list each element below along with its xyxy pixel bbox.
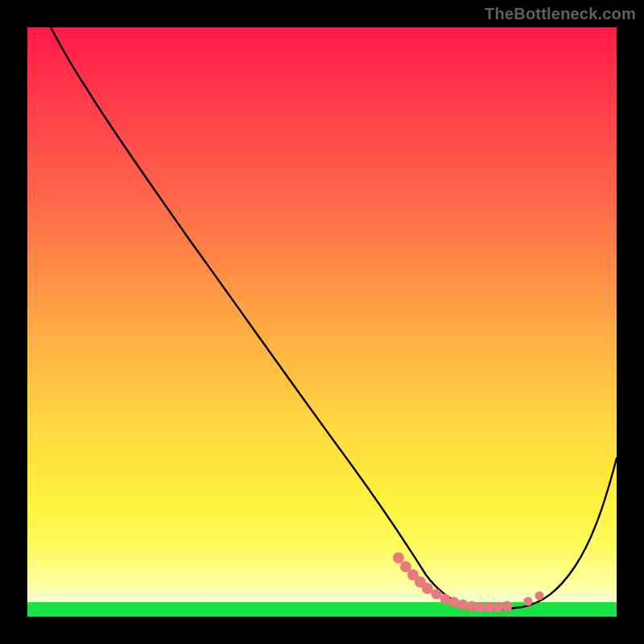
svg-point-13 [502, 601, 513, 612]
svg-point-14 [524, 597, 533, 606]
svg-point-7 [449, 597, 460, 608]
optimal-range-markers [393, 552, 544, 613]
svg-point-8 [458, 600, 469, 610]
svg-point-5 [431, 589, 442, 600]
svg-point-9 [467, 601, 477, 612]
watermark-text: TheBottleneck.com [485, 5, 636, 23]
svg-point-12 [493, 602, 504, 613]
chart-svg [27, 27, 617, 617]
chart-frame: TheBottleneck.com [0, 0, 644, 644]
svg-point-15 [535, 592, 544, 601]
chart-plot-area [27, 27, 617, 617]
svg-point-0 [393, 552, 404, 564]
bottleneck-curve [51, 27, 617, 609]
